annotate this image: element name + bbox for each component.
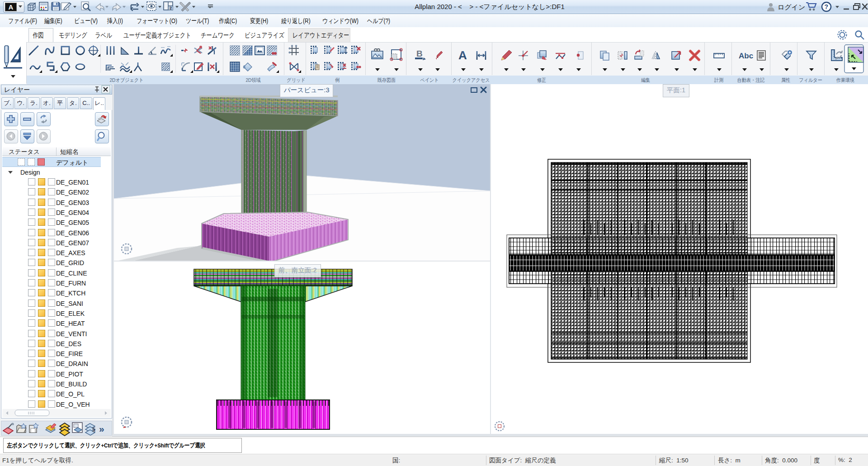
- svg-text:A: A: [458, 48, 467, 62]
- svg-text:Abc: Abc: [739, 52, 753, 60]
- svg-text:§: §: [92, 426, 95, 433]
- svg-text:»: »: [99, 423, 104, 434]
- svg-text:B: B: [416, 49, 423, 58]
